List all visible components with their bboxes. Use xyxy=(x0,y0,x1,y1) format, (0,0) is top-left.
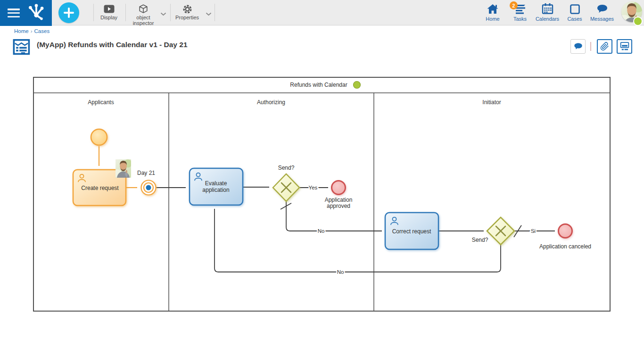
gateway-label: Send? xyxy=(472,237,488,243)
flow-label-yes: Yes xyxy=(309,185,318,190)
hamburger-menu-icon[interactable] xyxy=(8,8,20,17)
nav-cases[interactable]: Cases xyxy=(561,2,588,22)
new-case-button[interactable] xyxy=(58,2,79,23)
case-document-icon xyxy=(13,38,31,58)
flow-label-no: No xyxy=(337,269,344,275)
task-evaluate-application[interactable]: Evaluate application xyxy=(190,168,243,205)
nav-home[interactable]: Home xyxy=(479,2,506,22)
nav-messages[interactable]: Messages xyxy=(588,2,616,22)
task-label: Evaluate xyxy=(205,180,227,187)
event-label: Application xyxy=(325,197,353,203)
pool-title: Refunds with Calendar xyxy=(290,82,347,88)
user-status-dot xyxy=(633,16,643,26)
start-event[interactable] xyxy=(91,129,107,145)
process-status-dot xyxy=(354,82,361,89)
breadcrumb-cases-link[interactable]: Cases xyxy=(34,28,50,34)
task-label: Create request xyxy=(81,185,119,191)
breadcrumb: Home›Cases xyxy=(14,28,50,34)
app-logo-icon[interactable] xyxy=(26,3,46,24)
bpmn-diagram-canvas: Refunds with Calendar Applicants Authori… xyxy=(0,0,644,362)
cases-square-icon xyxy=(570,2,580,15)
nav-calendars[interactable]: Calendars xyxy=(534,2,561,22)
main-nav: Home 2 Tasks xyxy=(479,2,616,22)
attachments-button[interactable] xyxy=(597,39,612,54)
case-position-marker[interactable] xyxy=(141,181,156,195)
gateway-label: Send? xyxy=(278,165,295,171)
lane-label-applicants: Applicants xyxy=(88,99,114,106)
assignee-photo xyxy=(114,159,132,178)
actions-divider xyxy=(590,42,591,51)
marker-label-day21: Day 21 xyxy=(137,170,155,176)
case-actions xyxy=(570,39,632,54)
event-label: approved xyxy=(327,203,350,209)
event-label: Application canceled xyxy=(539,243,591,250)
page-title: (MyApp) Refunds with Calendar v1 - Day 2… xyxy=(37,41,188,49)
lane-label-authorizing: Authorizing xyxy=(257,99,285,106)
home-icon xyxy=(487,2,499,15)
nav-tasks[interactable]: 2 Tasks xyxy=(506,2,534,22)
comments-button[interactable] xyxy=(570,39,586,54)
lane-label-initiator: Initiator xyxy=(482,99,501,106)
flow-label-si: Si xyxy=(531,228,536,234)
flow-label-no: No xyxy=(318,228,325,234)
brand-block xyxy=(0,0,52,26)
message-bubble-icon xyxy=(596,2,608,15)
breadcrumb-home-link[interactable]: Home xyxy=(14,28,29,34)
task-label: Correct request xyxy=(392,228,431,235)
task-label: application xyxy=(202,187,229,193)
calendar-icon xyxy=(542,2,553,15)
tasks-badge: 2 xyxy=(510,1,518,9)
task-correct-request[interactable]: Correct request xyxy=(385,213,438,249)
process-map-button[interactable] xyxy=(617,39,632,54)
